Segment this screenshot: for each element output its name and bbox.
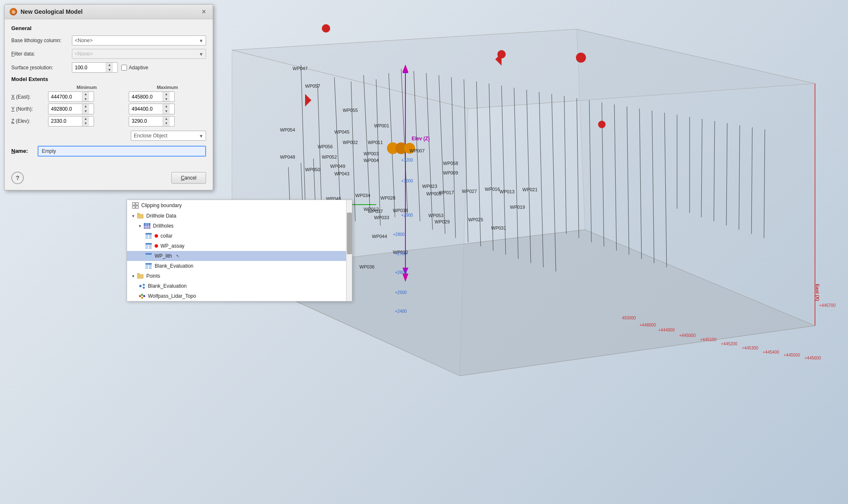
clipping-boundary-icon <box>132 202 139 209</box>
z-max-spinbox[interactable]: ▲ ▼ <box>129 116 175 127</box>
y-max-arrows: ▲ ▼ <box>163 104 170 114</box>
svg-rect-61 <box>136 203 138 205</box>
max-header: Maximum <box>129 85 206 90</box>
z-max-up[interactable]: ▲ <box>163 117 170 122</box>
x-max-input[interactable] <box>129 92 163 101</box>
svg-rect-72 <box>144 227 146 229</box>
svg-rect-82 <box>149 245 152 247</box>
x-min-down[interactable]: ▼ <box>82 97 89 102</box>
help-button[interactable]: ? <box>11 172 24 184</box>
svg-rect-63 <box>136 206 138 208</box>
surface-resolution-input[interactable] <box>72 63 106 72</box>
svg-rect-71 <box>148 225 150 227</box>
dropdown-item-points-folder[interactable]: ▾ Points <box>127 271 352 281</box>
model-extents-header: Model Extents <box>11 76 206 82</box>
svg-rect-76 <box>145 235 148 237</box>
surface-resolution-up[interactable]: ▲ <box>106 63 113 68</box>
dropdown-item-wolfpass-lidar-topo[interactable]: Wolfpass_Lidar_Topo <box>127 291 352 301</box>
surface-resolution-arrows: ▲ ▼ <box>106 63 113 72</box>
enclose-select-wrapper[interactable]: Enclose Object <box>131 131 206 141</box>
drillholes-icon <box>144 223 150 229</box>
cancel-button[interactable]: Cancel <box>171 172 206 184</box>
wp-assay-table-icon <box>145 243 152 249</box>
cursor-indicator: ↖ <box>176 253 180 259</box>
dropdown-item-drillhole-data[interactable]: ▾ Drillhole Data <box>127 211 352 221</box>
dialog-footer: ? Cancel <box>5 168 213 190</box>
wp-assay-error-dot <box>155 244 158 248</box>
points-folder-label: Points <box>146 273 160 279</box>
close-button[interactable]: × <box>200 8 208 15</box>
svg-point-52 <box>598 121 606 128</box>
base-lithology-select[interactable]: <None> <box>72 35 206 46</box>
y-max-down[interactable]: ▼ <box>163 109 170 114</box>
z-min-spinbox[interactable]: ▲ ▼ <box>48 116 94 127</box>
x-max-up[interactable]: ▲ <box>163 92 170 97</box>
svg-rect-65 <box>137 213 140 215</box>
base-lithology-select-wrapper[interactable]: <None> <box>72 35 206 46</box>
surface-resolution-down[interactable]: ▼ <box>106 68 113 73</box>
dropdown-item-wp-lith[interactable]: WP_lith ↖ <box>127 251 352 261</box>
drillhole-data-toggle: ▾ <box>132 213 135 219</box>
svg-point-103 <box>141 297 143 299</box>
adaptive-checkbox-label[interactable]: Adaptive <box>121 65 148 71</box>
y-min-down[interactable]: ▼ <box>82 109 89 114</box>
z-min-input[interactable] <box>48 117 82 126</box>
y-max-up[interactable]: ▲ <box>163 104 170 109</box>
filter-data-row: Filter data: <None> <box>11 49 206 59</box>
x-min-up[interactable]: ▲ <box>82 92 89 97</box>
x-max-spinbox[interactable]: ▲ ▼ <box>129 91 175 102</box>
svg-rect-62 <box>132 206 135 208</box>
dropdown-item-collar[interactable]: collar <box>127 231 352 241</box>
enclose-select[interactable]: Enclose Object <box>131 131 206 141</box>
dropdown-scroll-container: Clipping boundary ▾ Drillhole Data ▾ <box>127 200 352 301</box>
svg-line-29 <box>564 96 566 234</box>
svg-line-25 <box>514 88 518 259</box>
svg-rect-94 <box>149 267 152 269</box>
base-lithology-control: <None> <box>72 35 206 46</box>
svg-point-99 <box>143 287 145 289</box>
dropdown-item-drillholes[interactable]: ▾ Drillholes <box>127 221 352 231</box>
z-min-down[interactable]: ▼ <box>82 121 89 126</box>
x-min-input[interactable] <box>48 92 82 101</box>
svg-rect-77 <box>149 235 152 237</box>
blank-eval-points-icon <box>139 283 145 289</box>
svg-rect-95 <box>137 274 143 279</box>
surface-resolution-spinbox[interactable]: ▲ ▼ <box>72 62 118 73</box>
base-lithology-label: Base lithology column: <box>11 38 72 43</box>
svg-rect-86 <box>145 255 148 257</box>
svg-point-98 <box>143 284 145 286</box>
collar-label: collar <box>160 233 173 239</box>
name-label: Name: <box>11 148 34 154</box>
name-input[interactable] <box>38 146 206 157</box>
z-min-up[interactable]: ▲ <box>82 117 89 122</box>
svg-rect-87 <box>149 255 152 257</box>
x-max-down[interactable]: ▼ <box>163 97 170 102</box>
z-max-down[interactable]: ▼ <box>163 121 170 126</box>
svg-point-101 <box>141 294 143 296</box>
dropdown-item-wp-assay[interactable]: WP_assay <box>127 241 352 251</box>
y-min-input[interactable] <box>48 104 82 114</box>
min-header: Minimum <box>48 85 125 90</box>
dialog-body: General Base lithology column: <None> Fi… <box>5 19 213 168</box>
y-max-input[interactable] <box>129 104 163 114</box>
dropdown-item-blank-eval-drillholes[interactable]: Blank_Evaluation <box>127 261 352 271</box>
y-min-spinbox[interactable]: ▲ ▼ <box>48 104 94 114</box>
filter-data-select-wrapper[interactable]: <None> <box>72 49 206 59</box>
dropdown-scrollbar-thumb[interactable] <box>347 213 352 254</box>
filter-data-select[interactable]: <None> <box>72 49 206 59</box>
svg-rect-92 <box>149 265 152 267</box>
y-max-spinbox[interactable]: ▲ ▼ <box>129 104 175 114</box>
z-max-input[interactable] <box>129 117 163 126</box>
svg-rect-90 <box>145 263 152 265</box>
dropdown-menu: Clipping boundary ▾ Drillhole Data ▾ <box>127 200 352 301</box>
dropdown-item-blank-eval-points[interactable]: Blank_Evaluation <box>127 281 352 291</box>
adaptive-checkbox[interactable] <box>121 65 127 71</box>
dropdown-scrollbar-track[interactable] <box>346 200 352 301</box>
surface-resolution-row: Surface resolution: ▲ ▼ Adaptive <box>11 62 206 73</box>
dropdown-item-clipping-boundary[interactable]: Clipping boundary <box>127 200 352 211</box>
y-min-up[interactable]: ▲ <box>82 104 89 109</box>
x-min-spinbox[interactable]: ▲ ▼ <box>48 91 94 102</box>
svg-rect-78 <box>145 237 148 239</box>
svg-line-23 <box>489 84 493 251</box>
dialog-title: New Geological Model <box>20 8 83 15</box>
